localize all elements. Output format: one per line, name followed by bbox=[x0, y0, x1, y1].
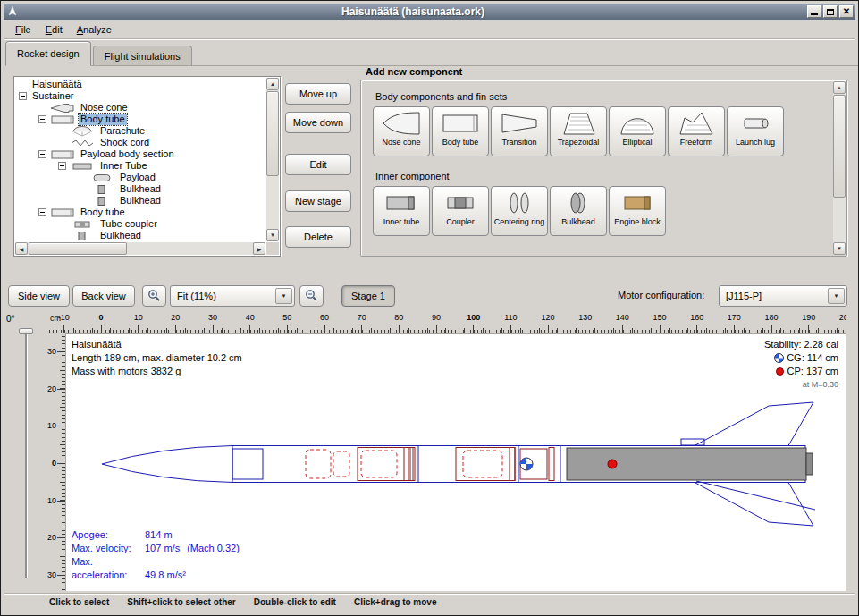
menu-analyze[interactable]: Analyze bbox=[70, 21, 119, 38]
zoom-select[interactable]: Fit (11%) ▼ bbox=[170, 285, 295, 307]
tree-item-bulkhead[interactable]: Bulkhead bbox=[15, 195, 265, 207]
tree-item-parachute[interactable]: Parachute bbox=[15, 125, 265, 137]
zoom-in-button[interactable] bbox=[142, 285, 166, 307]
add-centering-ring-button[interactable]: Centering ring bbox=[491, 186, 548, 236]
collapse-icon[interactable] bbox=[38, 115, 50, 123]
component-button-row: Nose coneBody tubeTransitionTrapezoidalE… bbox=[373, 106, 846, 156]
move-down-button[interactable]: Move down bbox=[285, 112, 351, 133]
tree-item-body-tube[interactable]: Body tube bbox=[15, 114, 265, 125]
zoom-out-button[interactable] bbox=[299, 285, 324, 307]
add-engine-block-button[interactable]: Engine block bbox=[609, 186, 666, 236]
tree-item-bulkhead[interactable]: Bulkhead bbox=[15, 183, 265, 195]
tree-vertical-scrollbar[interactable]: ▲ ▼ bbox=[266, 78, 279, 241]
inner-tube-outline bbox=[358, 448, 413, 481]
add-nose-cone-button[interactable]: Nose cone bbox=[373, 106, 430, 156]
component-button-row: Inner tubeCouplerCentering ringBulkheadE… bbox=[373, 186, 846, 236]
tree-item-label: Bulkhead bbox=[118, 183, 163, 195]
tree-item-bulkhead[interactable]: Bulkhead bbox=[15, 230, 265, 241]
new-stage-button[interactable]: New stage bbox=[285, 190, 351, 212]
rotation-angle-label: 0° bbox=[6, 314, 15, 324]
add-body-tube-button[interactable]: Body tube bbox=[432, 106, 489, 156]
payload-outline bbox=[463, 451, 502, 477]
edit-button[interactable]: Edit bbox=[285, 154, 351, 175]
ruler-label: 180 bbox=[764, 313, 778, 322]
motor-configuration-select[interactable]: [J115-P] ▼ bbox=[719, 285, 847, 307]
tree-item-nose-cone[interactable]: Nose cone bbox=[15, 102, 265, 114]
tree-item-label: Nose cone bbox=[79, 102, 130, 114]
maximize-button[interactable] bbox=[823, 5, 838, 18]
tree-item-shock-cord[interactable]: Shock cord bbox=[15, 137, 265, 148]
tree-item-haisun-t[interactable]: Haisunäätä bbox=[15, 79, 265, 90]
stage-1-toggle[interactable]: Stage 1 bbox=[341, 285, 395, 307]
ruler-label: -30 bbox=[47, 347, 56, 356]
delete-button[interactable]: Delete bbox=[285, 226, 351, 248]
flight-stats: Apogee:814 mMax. velocity:107 m/s(Mach 0… bbox=[72, 528, 240, 582]
scroll-right-icon[interactable]: ▶ bbox=[253, 242, 265, 255]
collapse-icon[interactable] bbox=[19, 92, 30, 100]
add-freeform-button[interactable]: Freeform bbox=[668, 106, 725, 156]
tree-item-body-tube[interactable]: Body tube bbox=[15, 207, 265, 218]
stability-row: Stability: 2.28 cal bbox=[764, 338, 838, 351]
ruler-label: 30 bbox=[47, 570, 56, 579]
add-inner-tube-button[interactable]: Inner tube bbox=[373, 186, 430, 236]
titlebar: Haisunäätä (haisunaata.ork) ✕ bbox=[4, 4, 855, 20]
tree-item-inner-tube[interactable]: Inner Tube bbox=[15, 160, 265, 172]
tree-item-payload[interactable]: Payload bbox=[15, 172, 265, 183]
app-icon[interactable] bbox=[5, 5, 19, 19]
close-button[interactable]: ✕ bbox=[839, 5, 854, 18]
scroll-up-icon[interactable]: ▲ bbox=[266, 78, 279, 90]
move-up-button[interactable]: Move up bbox=[285, 83, 351, 105]
add-launch-lug-button[interactable]: Launch lug bbox=[727, 106, 784, 156]
tree-item-sustainer[interactable]: Sustainer bbox=[15, 90, 265, 102]
tab-rocket-design[interactable]: Rocket design bbox=[5, 41, 91, 66]
component-button-label: Engine block bbox=[610, 218, 665, 226]
scroll-up-icon[interactable]: ▲ bbox=[833, 81, 846, 94]
side-view-button[interactable]: Side view bbox=[8, 285, 70, 307]
rocket-canvas[interactable]: Haisunäätä Length 189 cm, max. diameter … bbox=[65, 333, 846, 591]
tree-item-tube-coupler[interactable]: Tube coupler bbox=[15, 218, 265, 230]
menu-edit[interactable]: Edit bbox=[38, 21, 70, 38]
ruler-label: 10 bbox=[47, 496, 56, 505]
minimize-icon bbox=[811, 13, 818, 15]
collapse-icon[interactable] bbox=[38, 150, 50, 158]
scroll-down-icon[interactable]: ▼ bbox=[833, 242, 846, 255]
back-view-button[interactable]: Back view bbox=[72, 285, 135, 307]
motor[interactable] bbox=[567, 448, 806, 480]
component-button-label: Freeform bbox=[669, 139, 724, 147]
rotation-slider[interactable] bbox=[21, 326, 30, 582]
group-label-body-components-and-fin-sets: Body components and fin sets bbox=[375, 91, 846, 102]
scrollbar-thumb[interactable] bbox=[266, 91, 279, 176]
ruler-label: 40 bbox=[246, 313, 255, 322]
tree-item-label: Shock cord bbox=[98, 137, 151, 148]
add-transition-button[interactable]: Transition bbox=[491, 106, 548, 156]
scroll-left-icon[interactable]: ◀ bbox=[15, 242, 28, 255]
add-coupler-button[interactable]: Coupler bbox=[432, 186, 489, 236]
bulkhead-icon bbox=[70, 231, 97, 241]
window-title: Haisunäätä (haisunaata.ork) bbox=[19, 5, 807, 18]
scrollbar-thumb[interactable] bbox=[833, 95, 846, 198]
rotation-slider-handle[interactable] bbox=[19, 328, 33, 334]
rocket-dimensions: Length 189 cm, max. diameter 10.2 cm bbox=[72, 351, 242, 365]
ruler-label: 20 bbox=[171, 313, 180, 322]
minimize-button[interactable] bbox=[807, 5, 821, 18]
menu-file[interactable]: File bbox=[8, 21, 38, 38]
centeringring-icon bbox=[500, 190, 539, 216]
tree-horizontal-scrollbar[interactable]: ◀ ▶ bbox=[15, 242, 265, 255]
menubar: FileEditAnalyze bbox=[4, 20, 855, 39]
collapse-icon[interactable] bbox=[38, 208, 50, 216]
add-trapezoidal-button[interactable]: Trapezoidal bbox=[550, 106, 607, 156]
tab-flight-simulations[interactable]: Flight simulations bbox=[93, 46, 192, 65]
component-button-label: Body tube bbox=[433, 139, 488, 147]
add-elliptical-button[interactable]: Elliptical bbox=[609, 106, 666, 156]
tree-item-payload-body-section[interactable]: Payload body section bbox=[15, 148, 265, 160]
scroll-down-icon[interactable]: ▼ bbox=[266, 229, 279, 241]
nosecone-icon bbox=[50, 103, 77, 114]
stability-label: Stability: bbox=[764, 338, 802, 351]
tree-item-label: Bulkhead bbox=[98, 230, 143, 241]
add-bulkhead-button[interactable]: Bulkhead bbox=[550, 186, 607, 236]
scrollbar-thumb[interactable] bbox=[29, 242, 127, 255]
cp-marker bbox=[608, 460, 617, 468]
collapse-icon[interactable] bbox=[58, 162, 70, 170]
close-icon: ✕ bbox=[843, 7, 850, 16]
add-panel-scrollbar[interactable]: ▲ ▼ bbox=[833, 81, 846, 255]
